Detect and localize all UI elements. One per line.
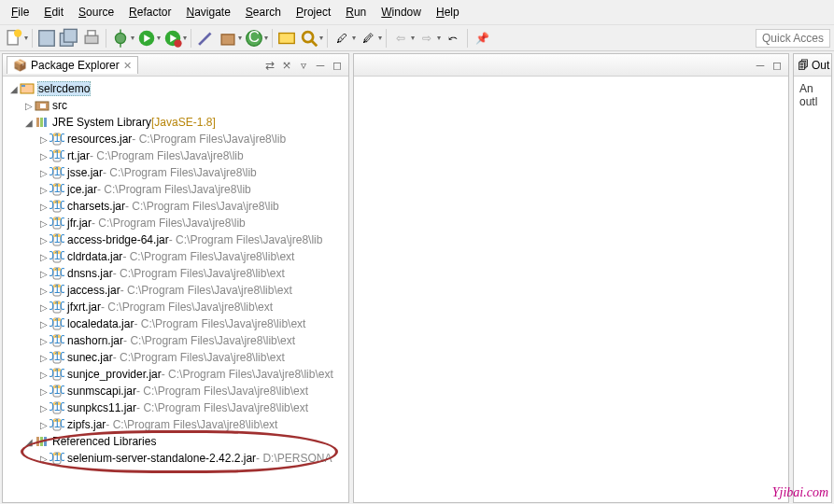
package-icon: 📦 xyxy=(13,59,27,72)
dropdown-arrow-icon[interactable]: ▾ xyxy=(319,34,323,42)
jar-node[interactable]: ▷010localedata.jar - C:\Program Files\Ja… xyxy=(5,315,346,332)
jar-node[interactable]: ▷010sunec.jar - C:\Program Files\Java\jr… xyxy=(5,349,346,366)
expand-icon[interactable]: ▷ xyxy=(38,134,49,145)
expand-icon[interactable]: ◢ xyxy=(8,84,20,94)
pin-icon[interactable]: 📌 xyxy=(472,28,492,49)
dropdown-arrow-icon[interactable]: ▾ xyxy=(157,34,161,42)
expand-icon[interactable]: ▷ xyxy=(38,202,49,212)
jar-node[interactable]: ▷010sunpkcs11.jar - C:\Program Files\Jav… xyxy=(5,399,346,416)
jar-node[interactable]: ▷010jce.jar - C:\Program Files\Java\jre8… xyxy=(5,181,346,198)
expand-icon[interactable]: ▷ xyxy=(38,336,49,346)
menu-help[interactable]: Help xyxy=(429,2,467,22)
jar-node[interactable]: ▷010jsse.jar - C:\Program Files\Java\jre… xyxy=(5,164,346,181)
jar-node[interactable]: ▷010charsets.jar - C:\Program Files\Java… xyxy=(5,198,346,215)
src-node[interactable]: ▷ src xyxy=(5,97,346,114)
expand-icon[interactable]: ▷ xyxy=(38,235,49,245)
minimize-icon[interactable]: ─ xyxy=(753,58,768,73)
jar-node[interactable]: ▷010resources.jar - C:\Program Files\Jav… xyxy=(5,131,346,147)
jar-path: - C:\Program Files\Java\jre8\lib\ext xyxy=(122,250,294,263)
maximize-icon[interactable]: ◻ xyxy=(330,58,345,73)
expand-icon[interactable]: ▷ xyxy=(38,269,49,279)
menu-file[interactable]: File xyxy=(4,2,36,22)
dropdown-arrow-icon[interactable]: ▾ xyxy=(238,34,242,42)
dropdown-arrow-icon[interactable]: ▾ xyxy=(378,34,382,42)
expand-icon[interactable]: ▷ xyxy=(38,353,49,363)
jar-node[interactable]: ▷010nashorn.jar - C:\Program Files\Java\… xyxy=(5,332,346,349)
expand-icon[interactable]: ▷ xyxy=(38,370,49,380)
dropdown-arrow-icon[interactable]: ▾ xyxy=(183,34,187,42)
dropdown-arrow-icon[interactable]: ▾ xyxy=(264,34,268,42)
toggle-mark-icon[interactable]: 🖊 xyxy=(332,28,352,49)
menu-edit[interactable]: Edit xyxy=(36,2,71,22)
jar-node[interactable]: ▷010jfr.jar - C:\Program Files\Java\jre8… xyxy=(5,215,346,231)
expand-icon[interactable]: ◢ xyxy=(23,118,35,128)
next-annotation-icon[interactable]: 🖉 xyxy=(358,28,378,49)
expand-icon[interactable]: ▷ xyxy=(38,403,49,413)
view-menu-icon[interactable]: ▿ xyxy=(296,58,311,73)
jar-node[interactable]: ▷010rt.jar - C:\Program Files\Java\jre8\… xyxy=(5,147,346,164)
expand-icon[interactable]: ▷ xyxy=(38,386,49,397)
jar-node[interactable]: ▷010dnsns.jar - C:\Program Files\Java\jr… xyxy=(5,265,346,282)
expand-icon[interactable]: ◢ xyxy=(23,437,35,447)
menu-window[interactable]: Window xyxy=(374,2,429,22)
collapse-all-icon[interactable]: ⇄ xyxy=(262,58,277,73)
new-package-icon[interactable] xyxy=(218,28,238,49)
src-label: src xyxy=(52,99,67,112)
expand-icon[interactable]: ▷ xyxy=(38,319,49,329)
jar-node[interactable]: ▷010sunmscapi.jar - C:\Program Files\Jav… xyxy=(5,383,346,399)
jar-node[interactable]: ▷010sunjce_provider.jar - C:\Program Fil… xyxy=(5,366,346,383)
expand-icon[interactable]: ▷ xyxy=(38,218,49,229)
expand-icon[interactable]: ▷ xyxy=(38,302,49,313)
dropdown-arrow-icon[interactable]: ▾ xyxy=(131,34,134,42)
open-type-icon[interactable] xyxy=(276,28,297,49)
menu-source[interactable]: Source xyxy=(71,2,121,22)
close-icon[interactable]: ✕ xyxy=(123,60,132,72)
menu-run[interactable]: Run xyxy=(338,2,374,22)
run-icon[interactable] xyxy=(136,28,157,49)
dropdown-arrow-icon[interactable]: ▾ xyxy=(352,34,356,42)
search-icon[interactable] xyxy=(299,28,319,49)
dropdown-arrow-icon[interactable]: ▾ xyxy=(24,34,28,42)
back-icon[interactable]: ⇦ xyxy=(390,28,411,49)
forward-icon[interactable]: ⇨ xyxy=(417,28,437,49)
jar-node[interactable]: ▷010selenium-server-standalone-2.42.2.ja… xyxy=(5,450,346,467)
link-editor-icon[interactable]: ⤧ xyxy=(279,58,294,73)
dropdown-arrow-icon[interactable]: ▾ xyxy=(411,34,415,42)
menu-search[interactable]: Search xyxy=(238,2,289,22)
run-last-icon[interactable] xyxy=(163,28,183,49)
quick-access-input[interactable] xyxy=(756,29,830,48)
jar-node[interactable]: ▷010cldrdata.jar - C:\Program Files\Java… xyxy=(5,248,346,265)
jar-node[interactable]: ▷010jaccess.jar - C:\Program Files\Java\… xyxy=(5,282,346,299)
dropdown-arrow-icon[interactable]: ▾ xyxy=(437,34,441,42)
expand-icon[interactable]: ▷ xyxy=(38,151,49,161)
save-all-icon[interactable] xyxy=(59,28,79,49)
new-icon[interactable] xyxy=(4,28,24,49)
expand-icon[interactable]: ▷ xyxy=(38,454,49,464)
expand-icon[interactable]: ▷ xyxy=(38,420,49,430)
menu-refactor[interactable]: Refactor xyxy=(121,2,178,22)
expand-icon[interactable]: ▷ xyxy=(38,185,49,195)
jar-node[interactable]: ▷010access-bridge-64.jar - C:\Program Fi… xyxy=(5,231,346,248)
print-icon[interactable] xyxy=(81,28,102,49)
debug-icon[interactable] xyxy=(110,28,131,49)
minimize-icon[interactable]: ─ xyxy=(313,58,328,73)
expand-icon[interactable]: ▷ xyxy=(38,252,49,262)
expand-icon[interactable]: ▷ xyxy=(38,286,49,296)
expand-icon[interactable]: ▷ xyxy=(38,168,49,178)
jre-library-node[interactable]: ◢ JRE System Library [JavaSE-1.8] xyxy=(5,114,346,131)
referenced-libraries-node[interactable]: ◢ Referenced Libraries xyxy=(5,433,346,450)
jar-node[interactable]: ▷010zipfs.jar - C:\Program Files\Java\jr… xyxy=(5,416,346,433)
jar-node[interactable]: ▷010jfxrt.jar - C:\Program Files\Java\jr… xyxy=(5,299,346,315)
expand-icon[interactable]: ▷ xyxy=(23,101,35,111)
maximize-icon[interactable]: ◻ xyxy=(770,58,785,73)
menu-project[interactable]: Project xyxy=(289,2,338,22)
last-edit-icon[interactable]: ⤺ xyxy=(443,28,463,49)
svg-text:010: 010 xyxy=(49,132,64,145)
new-class-icon[interactable]: C xyxy=(244,28,264,49)
svg-text:010: 010 xyxy=(49,417,64,430)
menu-navigate[interactable]: Navigate xyxy=(178,2,237,22)
package-explorer-tab[interactable]: 📦 Package Explorer ✕ xyxy=(7,56,138,74)
wand-icon[interactable] xyxy=(195,28,216,49)
save-icon[interactable] xyxy=(36,28,57,49)
project-node[interactable]: ◢ selrcdemo xyxy=(5,80,346,97)
